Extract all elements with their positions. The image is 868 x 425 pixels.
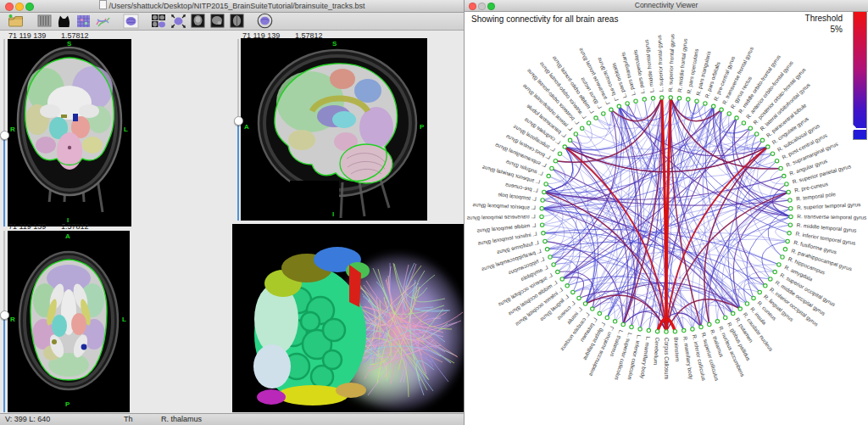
axial-slider-handle[interactable]: [0, 310, 9, 320]
connectogram-node[interactable]: [783, 248, 787, 251]
connectogram-node[interactable]: [540, 215, 543, 218]
connectogram-node[interactable]: [760, 138, 764, 142]
axial-view[interactable]: A P R L: [8, 231, 130, 412]
connectogram-node[interactable]: [563, 145, 566, 148]
right-window-titlebar[interactable]: Connectivity Viewer: [465, 0, 868, 12]
left-window-titlebar[interactable]: /Users/shattuck/Desktop/NITP2015_BrainSu…: [0, 0, 464, 13]
connectogram-node[interactable]: [775, 159, 778, 163]
connectogram-node[interactable]: [634, 99, 637, 103]
connectogram-node[interactable]: [638, 327, 642, 331]
connectivity-colorbar[interactable]: [853, 10, 867, 140]
toolbar-open-file-button[interactable]: [7, 13, 25, 29]
coronal-view[interactable]: S I R L: [8, 39, 131, 226]
connectogram-node[interactable]: [758, 290, 761, 294]
toolbar-multi-slice-view-button[interactable]: [149, 13, 168, 29]
toolbar-sagittal-slice-button[interactable]: [208, 13, 226, 29]
connectogram-node[interactable]: [621, 322, 625, 326]
sagittal-slice-slider[interactable]: [235, 39, 241, 221]
connectogram-node[interactable]: [699, 325, 703, 328]
connectogram-node[interactable]: [548, 255, 552, 259]
connectogram-node[interactable]: [617, 104, 620, 108]
connectogram-node[interactable]: [558, 152, 561, 155]
connectogram-node[interactable]: [542, 190, 546, 193]
connectogram-node[interactable]: [691, 327, 694, 331]
connectogram-node[interactable]: [781, 255, 784, 259]
connectogram-node[interactable]: [787, 232, 791, 235]
connectogram-node[interactable]: [651, 97, 654, 100]
connectogram-node[interactable]: [682, 328, 686, 332]
connectogram-node[interactable]: [789, 207, 793, 210]
connectogram-node[interactable]: [630, 325, 633, 328]
connectogram-node[interactable]: [727, 112, 731, 115]
connectogram-node[interactable]: [752, 296, 755, 299]
connectogram-node[interactable]: [571, 290, 575, 294]
toolbar-tensor-grid-button[interactable]: [74, 13, 92, 29]
connectogram-node[interactable]: [745, 302, 748, 305]
connectogram-svg[interactable]: R. superior frontal gyrusR. middle front…: [465, 11, 868, 425]
connectogram-node[interactable]: [665, 330, 668, 333]
connectogram-node[interactable]: [720, 108, 723, 111]
toolbar-axial-slice-button[interactable]: [227, 13, 246, 29]
connectogram-node[interactable]: [766, 145, 770, 148]
connectogram-node[interactable]: [748, 126, 752, 130]
connectogram-node[interactable]: [647, 328, 650, 332]
connectogram-node[interactable]: [782, 174, 786, 177]
connectogram-node[interactable]: [695, 99, 698, 103]
connectogram-node[interactable]: [540, 223, 543, 226]
connectogram-node[interactable]: [724, 316, 727, 319]
connectogram-node[interactable]: [771, 152, 774, 155]
toolbar-volume-tool-button[interactable]: [35, 13, 53, 29]
connectogram-node[interactable]: [732, 311, 735, 315]
connectogram-node[interactable]: [613, 320, 616, 323]
connectogram-node[interactable]: [788, 223, 792, 226]
toolbar-mask-tool-button[interactable]: [255, 13, 274, 29]
connectogram-node[interactable]: [738, 307, 742, 310]
connectogram-node[interactable]: [598, 311, 601, 315]
coronal-slice-slider[interactable]: [1, 39, 7, 226]
connectogram-node[interactable]: [543, 239, 547, 243]
connectogram-node[interactable]: [541, 199, 544, 202]
connectogram-node[interactable]: [602, 112, 605, 115]
connectogram-node[interactable]: [786, 239, 789, 243]
connectogram-node[interactable]: [773, 270, 776, 273]
connectogram-node[interactable]: [673, 330, 676, 333]
connectogram-node[interactable]: [677, 97, 681, 100]
connectogram-node[interactable]: [626, 102, 629, 105]
connectogram-node[interactable]: [708, 322, 711, 326]
toolbar-coronal-slice-button[interactable]: [188, 13, 207, 29]
connectogram-node[interactable]: [712, 104, 715, 108]
threshold-marker[interactable]: [854, 128, 866, 130]
connectogram-node[interactable]: [560, 277, 564, 281]
connectogram-node[interactable]: [556, 270, 559, 273]
connectogram-node[interactable]: [545, 248, 548, 251]
connectogram-node[interactable]: [735, 116, 738, 120]
connectogram-node[interactable]: [544, 182, 548, 186]
connectogram-node[interactable]: [594, 116, 598, 120]
connectogram-node[interactable]: [583, 302, 587, 305]
surface-3d-view[interactable]: [232, 224, 464, 412]
connectogram-node[interactable]: [764, 284, 767, 288]
connectogram-node[interactable]: [655, 330, 659, 333]
connectogram-node[interactable]: [643, 98, 646, 101]
connectogram-node[interactable]: [660, 96, 664, 99]
connectogram-node[interactable]: [687, 98, 690, 101]
connectogram-node[interactable]: [542, 232, 545, 235]
connectogram-node[interactable]: [565, 284, 569, 288]
connectogram-node[interactable]: [540, 207, 543, 210]
toolbar-brainsuite-logo-button[interactable]: [54, 13, 73, 29]
connectogram-node[interactable]: [574, 132, 577, 136]
connectogram-node[interactable]: [552, 263, 555, 266]
connectogram-node[interactable]: [587, 121, 590, 125]
connectogram-node[interactable]: [769, 277, 772, 281]
connectogram-node[interactable]: [550, 166, 554, 170]
sagittal-view[interactable]: S I A P: [241, 38, 427, 221]
connectogram-node[interactable]: [755, 132, 759, 136]
connectogram-node[interactable]: [788, 199, 792, 202]
connectogram-node[interactable]: [715, 320, 719, 323]
connectogram-node[interactable]: [547, 174, 550, 177]
connectogram-node[interactable]: [787, 190, 790, 193]
connectogram-node[interactable]: [742, 121, 745, 125]
connectogram-node[interactable]: [785, 182, 788, 186]
connectogram-node[interactable]: [568, 138, 571, 142]
connectogram-node[interactable]: [609, 108, 613, 111]
